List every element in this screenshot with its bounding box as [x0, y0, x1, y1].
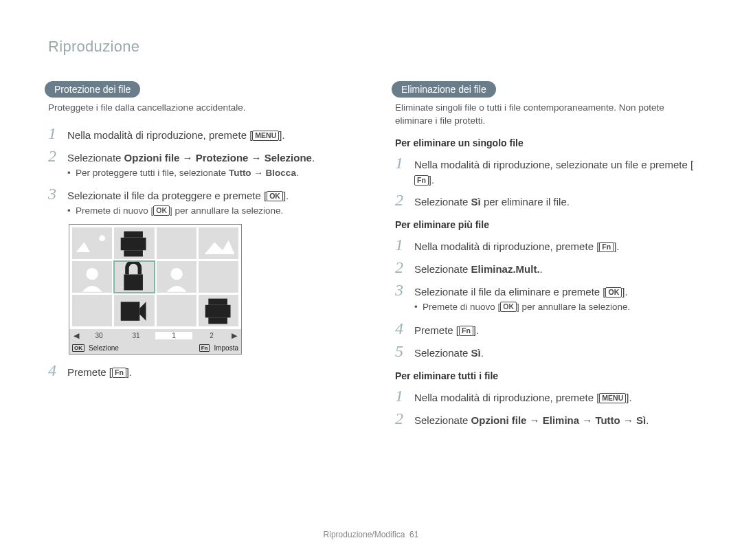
step-number: 4 — [395, 320, 414, 338]
step: 2 Selezionate Opzioni file → Elimina → T… — [395, 410, 694, 428]
ok-button-icon: OK — [72, 344, 85, 352]
svg-point-9 — [86, 268, 98, 280]
columns: Protezione dei file Proteggete i file da… — [48, 80, 694, 429]
svg-rect-22 — [208, 318, 227, 324]
svg-rect-18 — [157, 295, 196, 326]
svg-rect-0 — [72, 228, 112, 258]
step-text: Nella modalità di riproduzione, premete … — [67, 128, 285, 143]
day-label: 2 — [193, 332, 230, 339]
step: 4 Premete [Fn]. — [395, 320, 694, 338]
day-label: 31 — [117, 332, 155, 339]
thumbnail-status-bar: OK Selezione Fn Imposta — [69, 341, 241, 354]
sub-bullet: Premete di nuovo [OK] per annullare la s… — [423, 301, 694, 313]
step-text: Selezionate Sì. — [414, 346, 484, 361]
lock-icon — [114, 262, 153, 293]
step: 1 Nella modalità di riproduzione, selezi… — [395, 154, 694, 188]
thumbnail-grid — [69, 225, 241, 329]
chevron-left-icon: ◀ — [72, 331, 80, 340]
step-text: Selezionate Eliminaz.Mult.. — [414, 262, 543, 277]
thumbnail-cell — [199, 227, 238, 259]
ok-button-icon: OK — [605, 287, 622, 298]
right-column: Eliminazione dei file Eliminate singoli … — [395, 80, 694, 429]
thumbnail-cell — [114, 227, 154, 259]
fn-button-icon: Fn — [459, 326, 473, 336]
step-number: 2 — [395, 410, 414, 428]
step-text: Nella modalità di riproduzione, premete … — [414, 390, 632, 405]
ok-button-icon: OK — [153, 205, 170, 216]
page-footer: Riproduzione/Modifica 61 — [0, 530, 742, 539]
svg-rect-14 — [199, 262, 238, 292]
step-number: 4 — [48, 361, 67, 380]
subheading: Per eliminare un singolo file — [395, 137, 694, 148]
day-label-selected: 1 — [155, 332, 192, 339]
day-label: 30 — [80, 332, 117, 339]
svg-rect-15 — [72, 295, 112, 326]
svg-rect-4 — [124, 232, 144, 238]
fn-button-icon: Fn — [112, 368, 126, 378]
svg-rect-5 — [124, 251, 144, 257]
step-number: 3 — [395, 281, 414, 300]
footer-page-number: 61 — [409, 530, 418, 539]
step-number: 5 — [395, 342, 414, 361]
svg-point-13 — [170, 268, 182, 280]
svg-rect-11 — [124, 275, 144, 291]
step: 2 Selezionate Sì per eliminare il file. — [395, 191, 694, 210]
ok-button-icon: OK — [267, 191, 283, 201]
menu-button-icon: MENU — [599, 393, 626, 403]
step-number: 2 — [395, 258, 414, 277]
step-text: Selezionate Opzioni file → Protezione → … — [67, 150, 315, 166]
thumbnail-cell — [72, 295, 112, 326]
step: 3 Selezionate il file da eliminare e pre… — [395, 281, 694, 300]
manual-page: Riproduzione Protezione dei file Protegg… — [0, 0, 742, 429]
section-desc-protect: Proteggete i file dalla cancellazione ac… — [48, 102, 347, 115]
step-text: Selezionate Opzioni file → Elimina → Tut… — [414, 413, 649, 428]
fn-button-icon: Fn — [414, 175, 429, 186]
step-text: Premete [Fn]. — [414, 323, 479, 338]
status-label: Selezione — [89, 344, 119, 352]
step-number: 1 — [395, 154, 414, 172]
step-number: 1 — [48, 124, 67, 143]
thumbnail-date-bar: ◀ 30 31 1 2 ▶ — [69, 329, 241, 341]
step-number: 1 — [395, 236, 414, 254]
section-heading-delete: Eliminazione dei file — [392, 81, 496, 98]
video-icon — [114, 295, 153, 326]
step: 5 Selezionate Sì. — [395, 342, 694, 361]
left-column: Protezione dei file Proteggete i file da… — [48, 80, 347, 429]
thumbnail-cell — [157, 295, 196, 326]
sub-bullet: Per proteggere tutti i file, selezionate… — [76, 167, 347, 179]
step: 2 Selezionate Eliminaz.Mult.. — [395, 258, 694, 277]
thumbnail-cell — [72, 261, 112, 293]
svg-point-1 — [99, 236, 105, 242]
step-text: Selezionate Sì per eliminare il file. — [414, 194, 570, 210]
fn-button-icon: Fn — [199, 344, 210, 352]
fn-button-icon: Fn — [599, 242, 614, 252]
status-label: Imposta — [214, 344, 238, 352]
thumbnail-cell — [72, 227, 112, 259]
thumbnail-cell-selected — [114, 261, 154, 293]
thumbnail-cell — [157, 227, 196, 259]
step-number: 3 — [48, 185, 67, 203]
chevron-right-icon: ▶ — [230, 331, 238, 340]
step: 3 Selezionate il file da proteggere e pr… — [48, 185, 347, 203]
sub-bullet: Premete di nuovo [OK] per annullare la s… — [76, 205, 347, 217]
svg-rect-21 — [208, 299, 227, 305]
step-text: Nella modalità di riproduzione, premete … — [414, 239, 619, 254]
step-number: 2 — [48, 147, 67, 166]
svg-rect-6 — [157, 228, 196, 258]
thumbnail-cell — [114, 295, 154, 326]
svg-rect-3 — [121, 238, 146, 250]
ok-button-icon: OK — [500, 302, 517, 312]
step: 4 Premete [Fn]. — [48, 361, 347, 380]
step: 1 Nella modalità di riproduzione, premet… — [48, 124, 347, 143]
section-heading-protect: Protezione dei file — [45, 81, 140, 98]
printer-icon — [114, 228, 153, 259]
svg-rect-20 — [205, 305, 230, 317]
footer-section: Riproduzione/Modifica — [324, 530, 405, 539]
thumbnail-screenshot: ◀ 30 31 1 2 ▶ OK Selezione Fn Imposta — [69, 224, 242, 355]
step-number: 1 — [395, 387, 414, 405]
svg-rect-17 — [121, 302, 140, 322]
page-title: Riproduzione — [48, 38, 694, 56]
thumbnail-cell — [157, 261, 196, 293]
menu-button-icon: MENU — [252, 131, 279, 141]
step-text: Nella modalità di riproduzione, selezion… — [414, 157, 694, 188]
